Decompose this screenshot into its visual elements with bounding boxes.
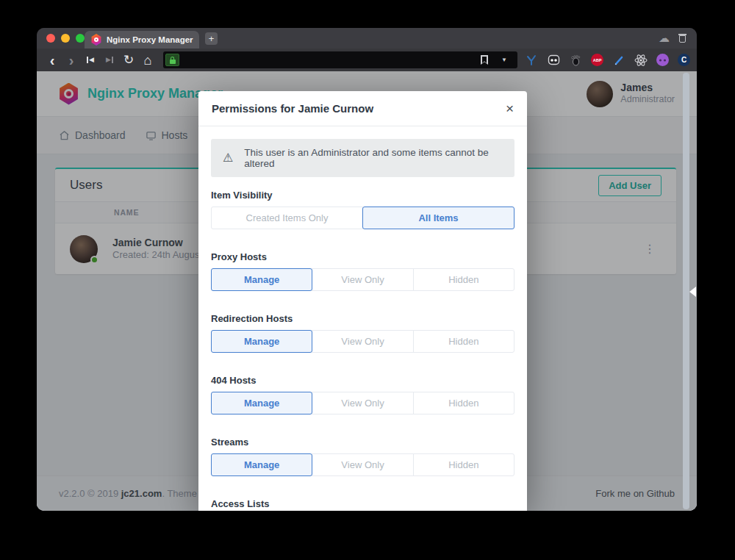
redirection-hosts-manage-button[interactable]: Manage — [211, 330, 312, 353]
sync-cloud-icon[interactable]: ☁ — [659, 32, 670, 43]
containers-extension-icon[interactable] — [547, 54, 560, 67]
reload-button[interactable]: ↻ — [119, 54, 138, 66]
streams-section: Streams Manage View Only Hidden — [211, 437, 514, 476]
streams-manage-button[interactable]: Manage — [211, 453, 312, 476]
title-bar: Nginx Proxy Manager + ☁ — [37, 28, 697, 49]
tab-title: Nginx Proxy Manager — [107, 35, 193, 44]
item-visibility-label: Item Visibility — [211, 190, 514, 201]
section-label: Redirection Hosts — [211, 313, 514, 324]
browser-window: Nginx Proxy Manager + ☁ ‹ › ◀ ▶ ↻ ⌂ ▼ — [37, 28, 697, 511]
favicon — [91, 34, 101, 46]
proxy-hosts-section: Proxy Hosts Manage View Only Hidden — [211, 251, 514, 291]
https-lock-icon[interactable] — [165, 54, 179, 66]
visibility-all-items-button[interactable]: All Items — [362, 207, 514, 229]
section-label: Proxy Hosts — [211, 251, 514, 262]
blue-c-extension-icon[interactable]: C — [678, 54, 690, 66]
skip-to-end-button[interactable]: ▶ — [100, 57, 119, 63]
page-viewport: Nginx Proxy Manager James Administrator … — [37, 71, 697, 511]
home-button[interactable]: ⌂ — [138, 54, 157, 67]
404-hosts-section: 404 Hosts Manage View Only Hidden — [211, 375, 514, 414]
new-tab-button[interactable]: + — [205, 32, 218, 45]
skip-to-start-button[interactable]: ◀ — [81, 57, 100, 63]
browser-tab[interactable]: Nginx Proxy Manager — [85, 31, 199, 49]
access-lists-section: Access Lists Manage View Only Hidden — [211, 498, 514, 511]
forward-button[interactable]: › — [62, 53, 81, 68]
admin-alert: ⚠ This user is an Administrator and some… — [211, 139, 514, 177]
close-window-button[interactable] — [46, 34, 55, 43]
permissions-modal: Permissions for Jamie Curnow × ⚠ This us… — [198, 91, 527, 511]
trash-icon[interactable] — [678, 33, 686, 43]
back-button[interactable]: ‹ — [43, 53, 62, 68]
404-hosts-hidden-button[interactable]: Hidden — [413, 392, 514, 414]
page-scrollbar[interactable] — [683, 73, 689, 509]
section-label: Access Lists — [211, 498, 514, 509]
purple-extension-icon[interactable] — [656, 54, 669, 66]
proxy-hosts-view-only-button[interactable]: View Only — [312, 268, 413, 291]
modal-title: Permissions for Jamie Curnow — [212, 102, 373, 115]
redirection-hosts-section: Redirection Hosts Manage View Only Hidde… — [211, 313, 514, 353]
bookmark-icon[interactable] — [481, 55, 488, 65]
url-bar[interactable]: ▼ — [163, 51, 517, 68]
alert-text: This user is an Administrator and some i… — [244, 147, 503, 169]
devtools-fork-extension-icon[interactable] — [525, 54, 538, 67]
modal-close-button[interactable]: × — [506, 101, 514, 115]
gnome-foot-extension-icon[interactable] — [569, 54, 582, 67]
item-visibility-section: Item Visibility Created Items Only All I… — [211, 190, 514, 229]
atom-devtools-extension-icon[interactable] — [634, 54, 648, 67]
warning-icon: ⚠ — [223, 152, 233, 164]
redirection-hosts-hidden-button[interactable]: Hidden — [413, 330, 514, 353]
bookmark-dropdown-caret-icon[interactable]: ▼ — [501, 51, 507, 68]
streams-hidden-button[interactable]: Hidden — [413, 453, 514, 476]
visibility-created-items-button[interactable]: Created Items Only — [211, 207, 363, 229]
404-hosts-manage-button[interactable]: Manage — [211, 392, 312, 414]
redirection-hosts-view-only-button[interactable]: View Only — [312, 330, 413, 353]
404-hosts-view-only-button[interactable]: View Only — [312, 392, 413, 414]
traffic-lights — [46, 34, 85, 43]
proxy-hosts-manage-button[interactable]: Manage — [211, 268, 312, 291]
adblock-plus-extension-icon[interactable]: ABP — [591, 54, 603, 66]
section-label: Streams — [211, 437, 514, 448]
streams-view-only-button[interactable]: View Only — [312, 453, 413, 476]
proxy-hosts-hidden-button[interactable]: Hidden — [413, 268, 514, 291]
browser-toolbar: ‹ › ◀ ▶ ↻ ⌂ ▼ ABP — [37, 49, 697, 71]
minimize-window-button[interactable] — [61, 34, 70, 43]
pen-extension-icon[interactable] — [612, 54, 625, 67]
edge-arrow-icon — [689, 287, 696, 297]
section-label: 404 Hosts — [211, 375, 514, 386]
zoom-window-button[interactable] — [76, 34, 85, 43]
